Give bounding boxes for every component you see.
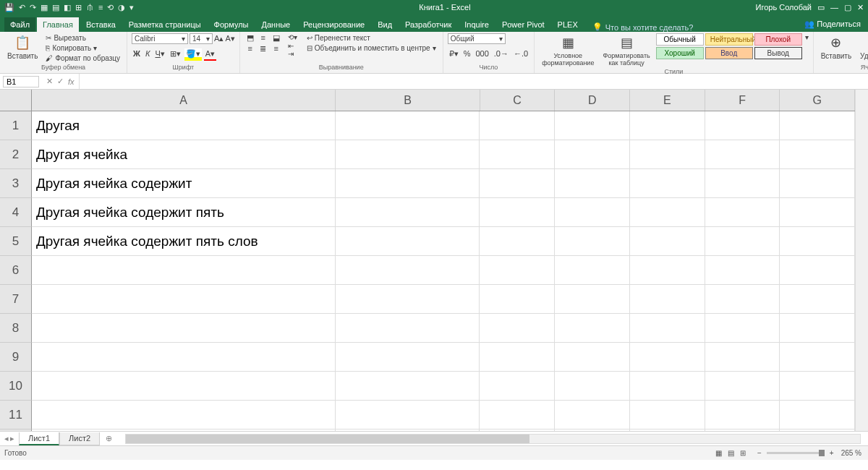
inc-decimal-icon[interactable]: .0→ (493, 48, 510, 59)
cell-G1[interactable] (780, 111, 855, 140)
column-header-A[interactable]: A (32, 90, 336, 111)
minimize-icon[interactable]: — (830, 3, 838, 12)
cell-C5[interactable] (480, 227, 555, 255)
cell-style-Плохой[interactable]: Плохой (754, 33, 802, 46)
row-header-8[interactable]: 8 (0, 314, 32, 343)
cell-style-Вывод[interactable]: Вывод (754, 47, 802, 59)
zoom-out-icon[interactable]: − (755, 448, 764, 458)
close-icon[interactable]: ✕ (857, 3, 864, 12)
cell-E9[interactable] (630, 343, 705, 371)
format-painter-button[interactable]: 🖌Формат по образцу (43, 54, 122, 63)
cell-D1[interactable] (555, 111, 630, 140)
cell-A10[interactable] (32, 372, 336, 400)
cell-F2[interactable] (705, 140, 780, 168)
cancel-formula-icon[interactable]: ✕ (46, 77, 53, 86)
cell-C1[interactable] (480, 111, 555, 140)
column-header-G[interactable]: G (780, 90, 855, 111)
styles-more-icon[interactable]: ▾ (805, 33, 809, 41)
row-header-11[interactable]: 11 (0, 401, 32, 430)
zoom-value[interactable]: 265 % (839, 448, 864, 458)
wrap-text-button[interactable]: ↩Перенести текст (305, 33, 438, 43)
tab-главная[interactable]: Главная (37, 17, 79, 32)
row-header-3[interactable]: 3 (0, 169, 32, 198)
sheet-tab-Лист1[interactable]: Лист1 (19, 432, 59, 445)
cell-D8[interactable] (555, 314, 630, 342)
formula-input[interactable] (80, 80, 868, 83)
enter-formula-icon[interactable]: ✓ (57, 77, 64, 86)
cell-A8[interactable] (32, 314, 336, 342)
dec-decimal-icon[interactable]: ←.0 (512, 48, 529, 59)
tab-разметка-страницы[interactable]: Разметка страницы (123, 17, 207, 32)
column-header-E[interactable]: E (630, 90, 705, 111)
qat-icon[interactable]: ≡ (98, 3, 103, 12)
tab-inquire[interactable]: Inquire (459, 17, 495, 32)
name-box[interactable] (3, 76, 39, 87)
cell-E10[interactable] (630, 372, 705, 400)
align-left-icon[interactable]: ≡ (244, 44, 256, 54)
cell-D11[interactable] (555, 401, 630, 429)
cell-F3[interactable] (705, 169, 780, 197)
cell-G7[interactable] (780, 285, 855, 313)
underline-button[interactable]: Ч▾ (154, 48, 166, 61)
cell-G8[interactable] (780, 314, 855, 342)
cell-E7[interactable] (630, 285, 705, 313)
cell-C4[interactable] (480, 198, 555, 226)
save-icon[interactable]: 💾 (4, 3, 14, 12)
cell-G12[interactable] (780, 430, 855, 431)
tell-me[interactable]: 💡 Что вы хотите сделать? (592, 22, 694, 32)
cell-G3[interactable] (780, 169, 855, 197)
column-header-D[interactable]: D (555, 90, 630, 111)
cell-C6[interactable] (480, 256, 555, 284)
maximize-icon[interactable]: ▢ (844, 3, 851, 12)
bold-button[interactable]: Ж (132, 48, 142, 61)
cell-E8[interactable] (630, 314, 705, 342)
cell-E1[interactable] (630, 111, 705, 140)
font-size-select[interactable]: 14▾ (190, 33, 213, 44)
cell-F12[interactable] (705, 430, 780, 431)
format-table-button[interactable]: ▤Форматировать как таблицу (600, 33, 652, 68)
align-right-icon[interactable]: ≡ (271, 44, 282, 54)
cell-B4[interactable] (336, 198, 480, 226)
cell-F10[interactable] (705, 372, 780, 400)
cell-F9[interactable] (705, 343, 780, 371)
qat-icon[interactable]: ◑ (118, 3, 125, 12)
tab-данные[interactable]: Данные (255, 17, 296, 32)
cell-G4[interactable] (780, 198, 855, 226)
cell-style-Обычный[interactable]: Обычный (656, 33, 704, 46)
cell-C12[interactable] (480, 430, 555, 431)
cell-E11[interactable] (630, 401, 705, 429)
cell-C8[interactable] (480, 314, 555, 342)
font-color-button[interactable]: A▾ (204, 48, 216, 61)
cell-B10[interactable] (336, 372, 480, 400)
align-bot-icon[interactable]: ⬓ (271, 33, 282, 43)
cell-A3[interactable]: Другая ячейка содержит (32, 169, 336, 197)
cell-E12[interactable] (630, 430, 705, 431)
fill-color-button[interactable]: 🪣▾ (184, 48, 202, 61)
cell-G10[interactable] (780, 372, 855, 400)
indent-inc-icon[interactable]: ⇥ (288, 50, 294, 58)
tab-file[interactable]: Файл (4, 17, 35, 32)
cell-F6[interactable] (705, 256, 780, 284)
cell-D4[interactable] (555, 198, 630, 226)
cell-D9[interactable] (555, 343, 630, 371)
cell-B11[interactable] (336, 401, 480, 429)
qat-dropdown-icon[interactable]: ▾ (129, 3, 134, 12)
add-sheet-button[interactable]: ⊕ (100, 432, 118, 445)
cell-C9[interactable] (480, 343, 555, 371)
column-header-F[interactable]: F (705, 90, 780, 111)
cell-B6[interactable] (336, 256, 480, 284)
cell-C7[interactable] (480, 285, 555, 313)
cell-E5[interactable] (630, 227, 705, 255)
row-header-10[interactable]: 10 (0, 372, 32, 401)
align-mid-icon[interactable]: ≡ (258, 33, 269, 43)
border-button[interactable]: ⊞▾ (169, 48, 182, 61)
cell-A12[interactable] (32, 430, 336, 431)
cell-F4[interactable] (705, 198, 780, 226)
cell-B5[interactable] (336, 227, 480, 255)
cell-E3[interactable] (630, 169, 705, 197)
delete-cells-button[interactable]: ⊖Удалить (857, 33, 868, 61)
cell-B7[interactable] (336, 285, 480, 313)
copy-button[interactable]: ⎘Копировать ▾ (43, 43, 122, 53)
decrease-font-icon[interactable]: A▾ (225, 34, 234, 43)
comma-icon[interactable]: 000 (474, 48, 490, 59)
